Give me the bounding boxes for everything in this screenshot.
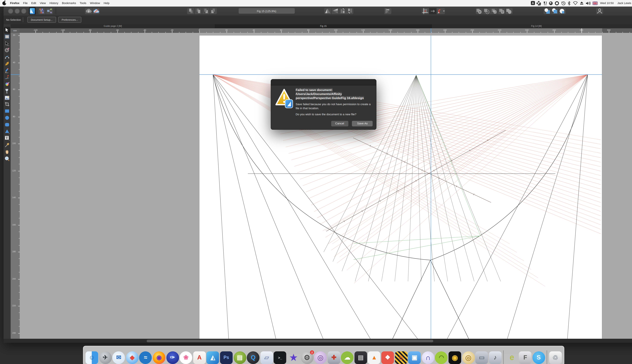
dock-launchpad[interactable]: ✈ xyxy=(99,351,112,364)
utilities-icon[interactable] xyxy=(543,1,547,6)
share-nodes-button[interactable] xyxy=(46,8,53,14)
dock-openoffice[interactable]: ≈ xyxy=(139,351,152,364)
tool-pen[interactable] xyxy=(4,60,10,67)
dock-finder[interactable]: ☺ xyxy=(86,351,98,364)
tool-brush[interactable] xyxy=(4,74,10,81)
tool-hand[interactable] xyxy=(4,148,10,155)
dock-trash[interactable]: ♲ xyxy=(549,351,562,364)
time-machine-icon[interactable] xyxy=(561,1,566,6)
bool-add-button[interactable]: + xyxy=(476,8,483,14)
dock-green-book[interactable]: ▤ xyxy=(234,351,246,364)
tool-color-picker[interactable] xyxy=(4,142,10,148)
order-forward-button[interactable] xyxy=(195,8,202,14)
dock-video-cloud[interactable]: ☁ xyxy=(341,351,354,364)
tool-crop[interactable] xyxy=(4,101,10,108)
dock-seamonkey[interactable]: ✑ xyxy=(166,351,179,364)
tab-guide-page-2-m-[interactable]: Guide page 2 [M] xyxy=(10,24,216,28)
document-canvas[interactable] xyxy=(20,32,632,339)
cancel-button[interactable]: Cancel xyxy=(331,121,348,126)
dock-red-cards[interactable]: ❖ xyxy=(381,351,394,364)
preferences-button[interactable]: Preferences... xyxy=(58,17,82,23)
app-cluster-icon[interactable]: x xyxy=(536,1,541,6)
dock-terminal[interactable]: >_ xyxy=(274,351,286,364)
alignment-button[interactable] xyxy=(384,8,391,14)
grid-toggle-button[interactable] xyxy=(422,8,429,14)
tab-fig-14-m-[interactable]: Fig 14 [M] xyxy=(432,24,632,28)
bool-divide-button[interactable] xyxy=(498,8,505,14)
save-as-button[interactable]: Save As xyxy=(352,121,373,126)
menu-view[interactable]: View xyxy=(38,2,48,5)
menu-help[interactable]: Help xyxy=(102,2,111,5)
dock-thunderbird[interactable]: ✉ xyxy=(112,351,125,364)
apple-menu[interactable] xyxy=(0,0,8,6)
tool-transparency[interactable] xyxy=(4,88,10,94)
tool-ellipse[interactable] xyxy=(4,114,10,121)
tool-rectangle[interactable] xyxy=(4,108,10,115)
volume-icon[interactable] xyxy=(586,1,591,6)
dock-image-capture[interactable]: ▱ xyxy=(260,351,273,364)
bluetooth-icon[interactable] xyxy=(568,1,571,6)
snap-magnet-button[interactable] xyxy=(436,8,445,14)
tab-fig-15[interactable]: Fig 15 xyxy=(216,24,432,28)
tool-fill-gradient[interactable] xyxy=(4,81,10,88)
menu-tools[interactable]: Tools xyxy=(78,2,88,5)
horizontal-scrollbar-thumb[interactable] xyxy=(146,340,433,342)
snap-move-button[interactable] xyxy=(429,8,436,14)
tool-node[interactable] xyxy=(4,54,10,60)
tool-zoom[interactable] xyxy=(4,155,10,162)
circle-status-icon[interactable] xyxy=(555,1,560,6)
dock-firefox[interactable]: ◉ xyxy=(153,351,165,364)
order-backward-button[interactable] xyxy=(202,8,209,14)
tool-pencil[interactable] xyxy=(4,67,10,74)
dock-imovie[interactable]: ★ xyxy=(287,351,300,364)
dock-acrobat[interactable]: A xyxy=(193,351,206,364)
dock-affinity-designer[interactable]: ◭ xyxy=(206,351,219,364)
flip-vertical-button[interactable] xyxy=(332,8,339,14)
window-close-button[interactable] xyxy=(8,8,13,14)
document-title[interactable]: Fig 15 (125.9%) xyxy=(238,8,295,14)
menu-bookmarks[interactable]: Bookmarks xyxy=(60,2,78,5)
tool-artboard[interactable] xyxy=(4,33,10,40)
person-button[interactable] xyxy=(596,8,603,14)
window-zoom-button[interactable] xyxy=(21,8,26,14)
tool-place-image[interactable] xyxy=(4,94,10,101)
screen-record-icon[interactable] xyxy=(548,1,553,6)
app-swatches-button[interactable] xyxy=(38,8,46,14)
dock-screen-camera[interactable]: ▣ xyxy=(408,351,421,364)
bool-subtract-button[interactable]: − xyxy=(483,8,490,14)
dock-disk-doctor[interactable]: ✚ xyxy=(328,351,340,364)
adobe-creative-cloud-icon[interactable]: A xyxy=(531,1,535,5)
dock-skype[interactable]: S xyxy=(532,351,545,364)
dock-photoshop[interactable]: Ps xyxy=(220,351,232,364)
menu-file[interactable]: File xyxy=(21,2,30,5)
bool-intersect-button[interactable] xyxy=(491,8,498,14)
document-setup-button[interactable]: Document Setup... xyxy=(27,17,56,23)
cloud-upload-button[interactable] xyxy=(85,8,92,14)
dock-android-transfer[interactable]: ◠ xyxy=(435,351,448,364)
order-front-button[interactable] xyxy=(187,8,194,14)
tool-triangle[interactable] xyxy=(4,128,10,135)
dock-photos[interactable]: ❀ xyxy=(180,351,192,364)
insert-ontop-button[interactable] xyxy=(558,8,566,14)
rotate-cw-button[interactable] xyxy=(346,8,354,14)
insert-inside-button[interactable] xyxy=(551,8,558,14)
dock-piano-hd[interactable]: ♪ xyxy=(489,351,502,364)
eject-icon[interactable] xyxy=(580,1,584,5)
dock-dvd-drive[interactable]: ▭ xyxy=(476,351,488,364)
rotate-ccw-button[interactable] xyxy=(339,8,346,14)
dock-dvd-styler[interactable]: ◎ xyxy=(314,351,327,364)
tool-text[interactable]: T xyxy=(4,135,10,142)
menu-window[interactable]: Window xyxy=(88,2,102,5)
menu-history[interactable]: History xyxy=(48,2,60,5)
uk-flag-icon[interactable] xyxy=(592,2,598,5)
dock-burn[interactable]: ♨ xyxy=(395,351,408,364)
dock-hot-burner[interactable]: ◉ xyxy=(448,351,461,364)
wifi-icon[interactable] xyxy=(572,1,578,5)
menu-firefox[interactable]: Firefox xyxy=(8,2,21,5)
dock-quicktime[interactable]: Q xyxy=(247,351,260,364)
menu-user[interactable]: Jack Lewis xyxy=(616,2,632,5)
bool-combine-button[interactable] xyxy=(506,8,513,14)
tool-rounded-rectangle[interactable] xyxy=(4,121,10,128)
flip-horizontal-button[interactable] xyxy=(324,8,331,14)
insert-behind-button[interactable] xyxy=(544,8,551,14)
